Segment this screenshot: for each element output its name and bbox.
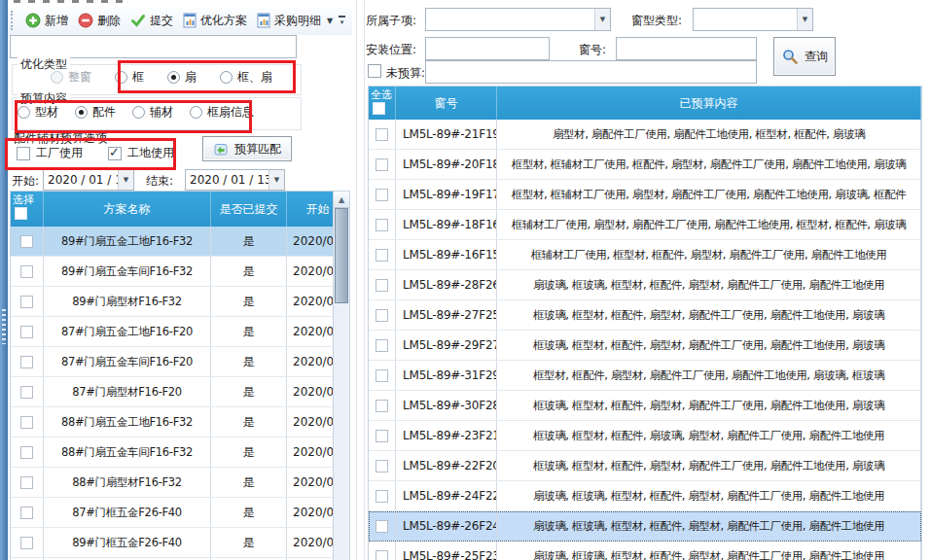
scrollbar-thumb[interactable] bbox=[335, 208, 348, 303]
row-select-cell[interactable] bbox=[369, 361, 396, 390]
toolbar-overflow-button[interactable]: ▾ bbox=[335, 13, 349, 29]
radio-option[interactable]: 辅材 bbox=[132, 104, 173, 121]
row-select-cell[interactable] bbox=[369, 542, 396, 560]
window-type-dropdown-icon[interactable]: ▼ bbox=[797, 9, 812, 30]
window-row[interactable]: LM5L-89#-31F29框型材, 框配件, 扇型材, 扇配件工厂使用, 扇配… bbox=[369, 361, 921, 391]
row-checkbox[interactable] bbox=[20, 537, 33, 549]
row-select-cell[interactable] bbox=[369, 481, 396, 510]
row-select-cell[interactable] bbox=[369, 150, 396, 179]
window-row[interactable]: LM5L-89#-18F16框辅材工厂使用, 扇型材, 扇配件工厂使用, 扇配件… bbox=[369, 210, 921, 240]
row-select-cell[interactable] bbox=[11, 317, 44, 346]
row-checkbox[interactable] bbox=[20, 326, 33, 338]
plan-row[interactable]: 88#门扇五金车间F16-F32是2020/0 bbox=[11, 438, 349, 468]
row-checkbox[interactable] bbox=[20, 416, 33, 429]
plan-row[interactable]: 88#门扇五金工地F16-F32是2020/0 bbox=[11, 407, 349, 438]
row-select-cell[interactable] bbox=[369, 210, 396, 239]
plan-row[interactable]: 89#门扇五金工地F16-F32是2020/0 bbox=[11, 227, 349, 257]
row-checkbox[interactable] bbox=[376, 219, 388, 231]
install-pos-input[interactable] bbox=[425, 37, 550, 60]
window-row[interactable]: LM5L-89#-20F18框型材, 框辅材工厂使用, 框配件, 扇型材, 扇配… bbox=[369, 150, 921, 180]
window-row[interactable]: LM5L-89#-27F25框玻璃, 框型材, 框配件, 扇型材, 扇配件工厂使… bbox=[369, 300, 921, 331]
row-checkbox[interactable] bbox=[376, 369, 388, 382]
row-select-cell[interactable] bbox=[11, 227, 44, 256]
radio-option[interactable]: 框、扇 bbox=[220, 69, 272, 86]
row-checkbox[interactable] bbox=[376, 460, 388, 472]
plans-table-scrollbar[interactable]: ▲ bbox=[333, 192, 349, 560]
row-select-cell[interactable] bbox=[369, 421, 396, 450]
sub-item-combo[interactable]: ▼ bbox=[425, 8, 611, 31]
row-select-cell[interactable] bbox=[369, 391, 396, 420]
row-checkbox[interactable] bbox=[20, 356, 33, 368]
row-checkbox[interactable] bbox=[20, 296, 33, 308]
sub-item-dropdown-icon[interactable]: ▼ bbox=[594, 9, 610, 30]
select-all-plans-checkbox[interactable] bbox=[15, 207, 27, 220]
chevron-down-icon[interactable]: ▼ bbox=[327, 17, 333, 25]
window-row[interactable]: LM5L-89#-16F15框辅材工厂使用, 框型材, 框配件, 扇型材, 扇配… bbox=[369, 240, 921, 270]
row-select-cell[interactable] bbox=[369, 240, 396, 269]
row-select-cell[interactable] bbox=[369, 270, 396, 299]
row-select-cell[interactable] bbox=[11, 347, 44, 376]
no-budget-input[interactable] bbox=[425, 60, 757, 84]
end-date-picker[interactable]: 2020 / 01 / 13 ▼ bbox=[185, 169, 285, 191]
row-checkbox[interactable] bbox=[20, 446, 33, 459]
panel-splitter[interactable] bbox=[356, 0, 357, 560]
row-checkbox[interactable] bbox=[376, 249, 388, 262]
usage-checkbox-option[interactable]: 工地使用 bbox=[108, 145, 174, 161]
toolbar-button[interactable]: 采购明细▼ bbox=[252, 10, 338, 32]
row-select-cell[interactable] bbox=[369, 300, 396, 330]
row-select-cell[interactable] bbox=[11, 407, 44, 437]
toolbar-button[interactable]: 新增 bbox=[20, 10, 73, 32]
row-checkbox[interactable] bbox=[376, 309, 388, 322]
radio-option[interactable]: 框扇信息 bbox=[190, 104, 254, 121]
window-row[interactable]: LM5L-89#-29F27框玻璃, 框型材, 框配件, 扇型材, 扇配件工厂使… bbox=[369, 331, 921, 361]
row-checkbox[interactable] bbox=[20, 235, 33, 248]
row-checkbox[interactable] bbox=[20, 265, 33, 278]
radio-option[interactable]: 扇 bbox=[167, 69, 197, 86]
row-select-cell[interactable] bbox=[11, 468, 44, 497]
window-row[interactable]: LM5L-89#-26F24扇玻璃, 框玻璃, 框型材, 框配件, 扇型材, 扇… bbox=[369, 511, 921, 542]
query-button[interactable]: 查询 bbox=[773, 37, 836, 76]
window-row[interactable]: LM5L-89#-22F20框玻璃, 框型材, 框配件, 扇型材, 扇配件工厂使… bbox=[369, 451, 921, 481]
radio-option[interactable]: 型材 bbox=[18, 104, 58, 121]
checkbox-icon[interactable] bbox=[108, 147, 122, 160]
window-no-input[interactable] bbox=[616, 37, 757, 60]
row-select-cell[interactable] bbox=[11, 438, 44, 467]
window-row[interactable]: LM5L-89#-24F22扇玻璃, 框玻璃, 框型材, 框配件, 扇型材, 扇… bbox=[369, 481, 921, 511]
row-select-cell[interactable] bbox=[369, 180, 396, 209]
row-select-cell[interactable] bbox=[11, 498, 44, 527]
row-select-cell[interactable] bbox=[369, 451, 396, 480]
row-checkbox[interactable] bbox=[20, 507, 33, 519]
toolbar-button[interactable]: 优化方案 bbox=[178, 10, 252, 32]
plan-row[interactable]: 87#门扇型材F16-F20是2020/0 bbox=[11, 377, 349, 407]
row-checkbox[interactable] bbox=[376, 550, 388, 560]
window-row[interactable]: LM5L-89#-30F28框玻璃, 框型材, 框配件, 扇型材, 扇配件工厂使… bbox=[369, 391, 921, 421]
plan-row[interactable]: 87#门扇五金车间F16-F20是2020/0 bbox=[11, 347, 349, 377]
row-checkbox[interactable] bbox=[376, 520, 388, 533]
left-dock-strip[interactable] bbox=[0, 0, 8, 560]
window-row[interactable]: LM5L-89#-25F23扇玻璃, 框玻璃, 框型材, 框配件, 扇型材, 扇… bbox=[369, 542, 921, 560]
window-type-combo[interactable]: ▼ bbox=[693, 8, 813, 31]
row-select-cell[interactable] bbox=[369, 120, 396, 149]
end-date-dropdown-icon[interactable]: ▼ bbox=[268, 170, 284, 190]
plan-row[interactable]: 89#门扇五金车间F16-F32是2020/0 bbox=[11, 257, 349, 287]
select-all-windows-checkbox[interactable] bbox=[373, 102, 385, 115]
row-checkbox[interactable] bbox=[376, 189, 388, 201]
window-row[interactable]: LM5L-89#-19F17框型材, 框辅材工厂使用, 扇型材, 扇配件工厂使用… bbox=[369, 180, 921, 210]
budget-match-button[interactable]: 预算匹配 bbox=[202, 136, 292, 161]
checkbox-icon[interactable] bbox=[17, 147, 30, 160]
row-checkbox[interactable] bbox=[20, 386, 33, 399]
row-checkbox[interactable] bbox=[376, 279, 388, 292]
row-checkbox[interactable] bbox=[376, 400, 388, 412]
row-select-cell[interactable] bbox=[11, 257, 44, 286]
no-budget-checkbox[interactable] bbox=[368, 64, 381, 78]
row-checkbox[interactable] bbox=[376, 490, 388, 503]
row-select-cell[interactable] bbox=[11, 287, 44, 316]
plan-row[interactable]: 88#门扇型材F16-F32是2020/0 bbox=[11, 468, 349, 498]
usage-checkbox-option[interactable]: 工厂使用 bbox=[17, 145, 83, 161]
toolbar-button[interactable]: 删除 bbox=[73, 10, 125, 32]
plan-row[interactable]: 87#门框五金F26-F40是2020/0 bbox=[11, 498, 349, 528]
toolbar-button[interactable]: 提交 bbox=[125, 10, 178, 32]
row-checkbox[interactable] bbox=[376, 158, 388, 171]
plan-row[interactable]: 89#门扇型材F16-F32是2020/0 bbox=[11, 287, 349, 317]
window-row[interactable]: LM5L-89#-28F26扇玻璃, 框玻璃, 框型材, 框配件, 扇型材, 扇… bbox=[369, 270, 921, 300]
